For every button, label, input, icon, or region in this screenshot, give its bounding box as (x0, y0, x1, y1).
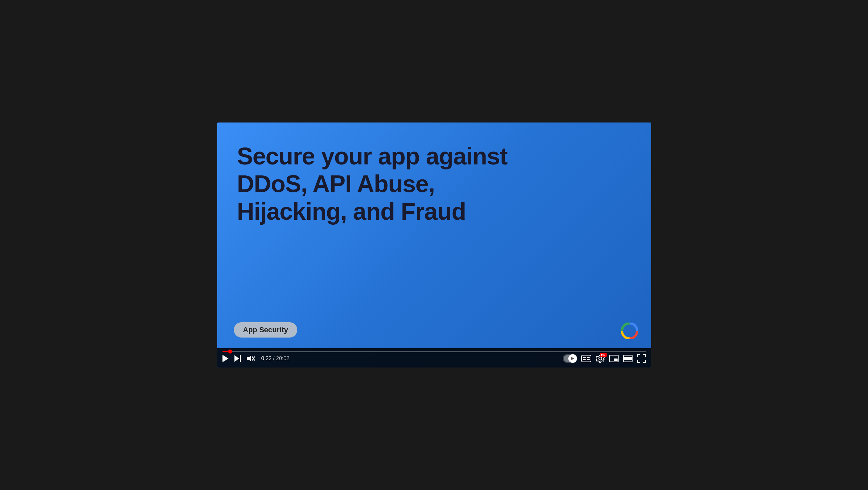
svg-rect-11 (614, 358, 618, 361)
svg-rect-5 (583, 357, 586, 358)
theater-mode-icon (623, 355, 632, 362)
svg-rect-6 (587, 357, 590, 358)
hd-badge: HD (600, 353, 607, 357)
svg-rect-7 (583, 359, 586, 360)
autoplay-toggle[interactable] (563, 354, 577, 363)
svg-rect-13 (624, 357, 632, 360)
time-display: 0:22 / 20:02 (261, 355, 290, 362)
controls-bar: 0:22 / 20:02 (217, 348, 651, 368)
svg-rect-4 (582, 355, 591, 362)
miniplayer-button[interactable] (609, 355, 619, 362)
controls-row: 0:22 / 20:02 (222, 354, 646, 363)
autoplay-knob (568, 354, 577, 363)
settings-button[interactable]: HD (596, 354, 604, 363)
svg-rect-8 (587, 359, 590, 360)
video-title-area: Secure your app against DDoS, API Abuse,… (217, 122, 651, 348)
controls-right: HD (563, 354, 646, 363)
fullscreen-button[interactable] (637, 354, 646, 363)
miniplayer-icon (609, 355, 619, 362)
video-content: Secure your app against DDoS, API Abuse,… (217, 122, 651, 368)
play-button[interactable] (222, 355, 228, 362)
progress-fill (222, 351, 230, 352)
video-player: Secure your app against DDoS, API Abuse,… (217, 122, 651, 368)
subtitles-icon (581, 355, 591, 362)
progress-bar[interactable] (222, 351, 646, 352)
time-current: 0:22 (261, 355, 272, 361)
progress-thumb (228, 349, 232, 353)
svg-point-9 (599, 357, 601, 360)
next-button[interactable] (235, 355, 241, 362)
fullscreen-icon (637, 354, 646, 363)
video-main-title: Secure your app against DDoS, API Abuse,… (237, 142, 536, 225)
google-logo-icon (621, 322, 638, 339)
autoplay-track (564, 355, 576, 362)
subtitles-button[interactable] (581, 355, 591, 362)
play-icon (222, 355, 228, 362)
mute-button[interactable] (247, 355, 255, 362)
next-icon (235, 355, 241, 362)
theater-mode-button[interactable] (623, 355, 632, 362)
controls-left: 0:22 / 20:02 (222, 355, 290, 362)
autoplay-play-icon (571, 357, 574, 360)
time-total: 20:02 (276, 355, 289, 361)
volume-icon (247, 355, 255, 362)
chapter-badge: App Security (234, 322, 298, 338)
svg-marker-1 (247, 355, 251, 362)
